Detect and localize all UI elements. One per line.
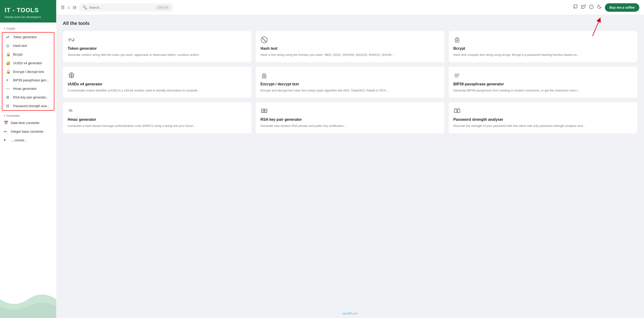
sidebar-item-token-generator[interactable]: ⇄ Token generator bbox=[2, 33, 54, 41]
tools-grid: ♡ Token generator Generate random string… bbox=[63, 31, 638, 134]
svg-rect-26 bbox=[457, 109, 460, 113]
more-icon: ▾ bbox=[4, 138, 8, 142]
sidebar-wave-decoration bbox=[0, 290, 56, 318]
nav-section-crypto-header[interactable]: ▾ Crypto bbox=[0, 24, 56, 31]
tool-card-bip39[interactable]: ♡ BIP39 passphrase generator Generate BI… bbox=[448, 66, 638, 98]
sidebar-subtitle: Handy tools for developers bbox=[5, 15, 52, 19]
tool-card-uuid[interactable]: ♡ UUIDs v4 generator A universally uniqu… bbox=[63, 66, 252, 98]
tool-card-bcrypt[interactable]: ♡ Bcrypt Hash and compare text string us… bbox=[448, 31, 638, 63]
sidebar-item-encrypt[interactable]: 🔓 Encrypt / decrypt text bbox=[2, 67, 54, 76]
sidebar-item-datetime[interactable]: 📅 Date-time converter bbox=[0, 118, 56, 127]
arrows-lr-icon: ⇔ bbox=[4, 129, 8, 134]
uuid-icon bbox=[68, 72, 247, 79]
search-bar[interactable]: 🔍 Cmd + K bbox=[79, 3, 173, 12]
favorite-icon[interactable]: ♡ bbox=[244, 70, 248, 75]
sidebar-item-label: RSA key pair generato... bbox=[13, 95, 49, 99]
svg-rect-25 bbox=[454, 109, 457, 113]
search-icon: 🔍 bbox=[82, 5, 87, 10]
favorite-icon[interactable]: ♡ bbox=[244, 35, 248, 39]
hmac-icon: — bbox=[6, 87, 11, 91]
hash-text-icon bbox=[260, 36, 440, 44]
favorite-icon[interactable]: ♡ bbox=[438, 35, 441, 39]
sidebar-item-bip39[interactable]: ≡ BIP39 passphrase gen... bbox=[2, 76, 54, 84]
chevron-down-icon: ▾ bbox=[4, 27, 5, 30]
tool-card-desc: Computes a hash-based message authentica… bbox=[68, 124, 247, 128]
encrypt-icon bbox=[260, 72, 440, 79]
tool-card-desc: Generate new random RSA private and publ… bbox=[260, 124, 440, 128]
tool-card-hmac[interactable]: ♡ Hmac generator Computes a hash-based m… bbox=[63, 102, 252, 134]
favorite-icon[interactable]: ♡ bbox=[630, 106, 634, 110]
tool-card-title: UUIDs v4 generator bbox=[68, 82, 247, 86]
sidebar-item-integer-base[interactable]: ⇔ Integer base converter bbox=[0, 127, 56, 136]
sidebar-nav: ▾ Crypto ⇄ Token generator ◎ Hash text 🔒… bbox=[0, 23, 56, 318]
tool-card-hash-text[interactable]: ♡ Hash text Hash a text string using the… bbox=[256, 31, 444, 63]
buy-coffee-button[interactable]: Buy me a coffee bbox=[605, 3, 639, 12]
favorite-icon[interactable]: ♡ bbox=[438, 106, 441, 110]
favorite-icon[interactable]: ♡ bbox=[630, 70, 634, 75]
page-title: All the tools bbox=[63, 21, 638, 26]
password-icon: ⊟ bbox=[6, 104, 11, 108]
sidebar-item-label: ... conver... bbox=[11, 138, 27, 142]
tool-card-title: Hmac generator bbox=[68, 117, 247, 122]
favorite-icon[interactable]: ♡ bbox=[438, 70, 441, 75]
tool-card-token-generator[interactable]: ♡ Token generator Generate random string… bbox=[63, 31, 252, 63]
watermark: vwo350.com bbox=[342, 312, 358, 315]
tool-card-desc: Encrypt and decrypt text clear text usin… bbox=[260, 88, 440, 93]
twitter-icon[interactable] bbox=[581, 5, 586, 10]
sidebar-item-password-strength[interactable]: ⊟ Password strength ana... bbox=[2, 102, 54, 110]
sidebar-item-hmac[interactable]: — Hmac generator bbox=[2, 84, 54, 93]
hmac-icon bbox=[68, 107, 247, 115]
eye-off-icon: ◎ bbox=[6, 43, 11, 48]
tool-card-title: Encrypt / decrypt text bbox=[260, 82, 440, 86]
sidebar-item-label: Hash text bbox=[13, 44, 27, 48]
tool-card-rsa[interactable]: ♡ RSA key pair generator Generate new ra bbox=[256, 102, 444, 134]
tool-card-desc: Hash a text string using the function yo… bbox=[260, 53, 440, 57]
tool-card-desc: Generate random string with the chars yo… bbox=[68, 53, 247, 57]
bip39-icon bbox=[454, 72, 632, 79]
tool-card-password-strength[interactable]: ♡ Password strength analyser Discover th… bbox=[448, 102, 638, 134]
crypto-section-label: Crypto bbox=[6, 27, 15, 30]
fingerprint-icon: 🔐 bbox=[6, 61, 11, 65]
sidebar-item-label: Token generator bbox=[13, 35, 37, 39]
tool-card-desc: Generate BIP39 passphrase from existing … bbox=[454, 88, 632, 93]
favorite-icon[interactable]: ♡ bbox=[630, 35, 634, 39]
sidebar-item-hash-text[interactable]: ◎ Hash text bbox=[2, 41, 54, 50]
rsa-icon: ⊞ bbox=[6, 95, 11, 99]
menu-icon[interactable]: ☰ bbox=[61, 5, 65, 10]
home-icon[interactable]: ⌂ bbox=[68, 5, 70, 10]
tool-card-title: Hash text bbox=[260, 46, 440, 51]
nav-section-converter-header[interactable]: ▾ Converter bbox=[0, 112, 56, 118]
favorite-icon[interactable]: ♡ bbox=[244, 106, 248, 110]
github-icon[interactable] bbox=[573, 5, 578, 10]
dark-mode-icon[interactable] bbox=[597, 5, 602, 10]
sidebar-item-label: UUIDs v4 generator bbox=[13, 61, 42, 65]
svg-line-5 bbox=[262, 38, 266, 42]
shuffle-icon: ⇄ bbox=[6, 35, 11, 39]
sidebar-header: IT - TOOLS Handy tools for developers bbox=[0, 0, 56, 23]
tool-card-desc: Hash and compare text string using bcryp… bbox=[454, 53, 632, 57]
svg-point-11 bbox=[264, 76, 265, 77]
crypto-section-box: ⇄ Token generator ◎ Hash text 🔒 Bcrypt 🔐… bbox=[2, 32, 54, 111]
main-area: ☰ ⌂ ⊟ 🔍 Cmd + K Buy me a coffee bbox=[56, 0, 644, 318]
lock-icon: 🔒 bbox=[6, 52, 11, 57]
bookmark-icon[interactable]: ⊟ bbox=[73, 5, 76, 10]
sidebar-item-rsa[interactable]: ⊞ RSA key pair generato... bbox=[2, 93, 54, 102]
sidebar: IT - TOOLS Handy tools for developers ▾ … bbox=[0, 0, 56, 318]
sidebar-item-more-converter[interactable]: ▾ ... conver... bbox=[0, 136, 56, 144]
converter-section-label: Converter bbox=[6, 114, 20, 117]
search-input[interactable] bbox=[89, 6, 154, 9]
sidebar-item-label: Encrypt / decrypt text bbox=[13, 70, 44, 74]
sidebar-item-bcrypt[interactable]: 🔒 Bcrypt bbox=[2, 50, 54, 59]
list-icon: ≡ bbox=[6, 78, 11, 82]
password-strength-icon bbox=[454, 107, 632, 115]
topbar-actions: Buy me a coffee bbox=[573, 3, 639, 12]
sidebar-item-label: Hmac generator bbox=[13, 87, 36, 91]
sidebar-item-label: Integer base converter bbox=[11, 130, 44, 133]
tool-card-desc: Discover the strength of your password w… bbox=[454, 124, 632, 128]
svg-point-8 bbox=[457, 40, 458, 41]
lock-open-icon: 🔓 bbox=[6, 69, 11, 74]
info-icon[interactable] bbox=[589, 5, 594, 10]
sidebar-item-uuid[interactable]: 🔐 UUIDs v4 generator bbox=[2, 59, 54, 67]
tool-card-encrypt[interactable]: ♡ Encrypt / decrypt text Encrypt and dec… bbox=[256, 66, 444, 98]
rsa-icon bbox=[260, 107, 440, 115]
